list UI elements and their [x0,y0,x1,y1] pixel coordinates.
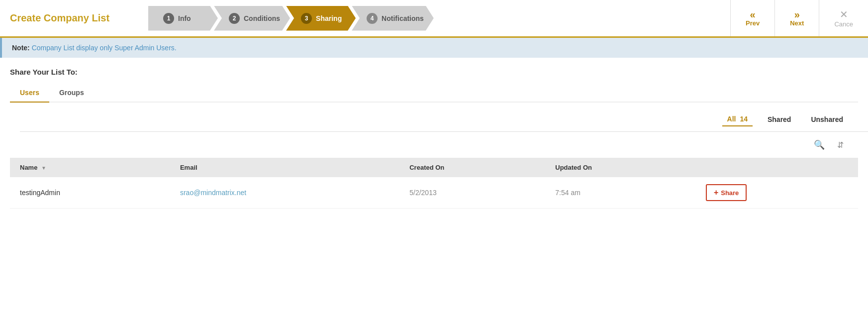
note-banner: Note: Company List display only Super Ad… [0,38,868,58]
filter-all[interactable]: All 14 [722,112,753,126]
users-table: Name ▼ Email Created On Updated On testi… [10,158,858,209]
col-action [696,158,858,177]
col-created: Created On [399,158,545,177]
col-name[interactable]: Name ▼ [10,158,170,177]
tab-groups[interactable]: Groups [49,84,94,103]
cell-name: testingAdmin [10,177,170,209]
step-label-notifications: Notifications [382,14,424,22]
step-num-1: 1 [163,13,174,24]
filter-all-count: 14 [740,115,748,123]
cancel-icon: ✕ [840,8,848,20]
filter-unshared[interactable]: Unshared [806,113,848,126]
cancel-label: Cance [834,20,853,28]
filter-shared[interactable]: Shared [763,113,796,126]
share-btn-label: Share [721,189,739,197]
note-text: Company List display only Super Admin Us… [32,44,177,52]
share-title: Share Your List To: [10,68,858,76]
prev-button[interactable]: « Prev [731,0,775,36]
cell-action: + Share [696,177,858,209]
step-label-sharing: Sharing [316,14,342,22]
step-num-3: 3 [301,13,312,24]
prev-arrow-icon: « [750,9,756,19]
next-arrow-icon: » [794,9,800,19]
name-sort-icon: ▼ [41,165,46,171]
step-info[interactable]: 1 Info [148,6,218,31]
step-label-info: Info [178,14,191,22]
plus-icon: + [714,188,718,197]
search-icon[interactable]: 🔍 [811,137,827,153]
cell-created: 5/2/2013 [399,177,545,209]
action-bar: 🔍 ⇵ [10,132,858,158]
tab-bar: Users Groups [10,84,858,103]
sort-icon[interactable]: ⇵ [832,137,848,153]
wizard-steps: 1 Info 2 Conditions 3 Sharing 4 Notifica… [148,0,730,36]
step-num-2: 2 [229,13,240,24]
next-label: Next [790,19,804,27]
tab-users[interactable]: Users [10,84,49,103]
note-label: Note: [12,44,30,52]
page-title: Create Company List [0,12,148,24]
nav-buttons: « Prev » Next ✕ Cance [730,0,868,36]
filter-bar: All 14 Shared Unshared [10,103,858,131]
prev-label: Prev [746,19,760,27]
step-num-4: 4 [367,13,378,24]
table-row: testingAdmin srao@mindmatrix.net 5/2/201… [10,177,858,209]
cancel-button[interactable]: ✕ Cance [819,0,868,36]
cell-email: srao@mindmatrix.net [170,177,399,209]
step-label-conditions: Conditions [244,14,280,22]
step-sharing[interactable]: 3 Sharing [286,6,356,31]
content-area: Note: Company List display only Super Ad… [0,38,868,325]
step-notifications[interactable]: 4 Notifications [352,6,434,31]
col-email: Email [170,158,399,177]
next-button[interactable]: » Next [775,0,819,36]
header: Create Company List 1 Info 2 Conditions … [0,0,868,38]
share-button[interactable]: + Share [706,184,747,201]
cell-updated: 7:54 am [545,177,696,209]
col-updated: Updated On [545,158,696,177]
step-conditions[interactable]: 2 Conditions [214,6,290,31]
share-section: Share Your List To: Users Groups All 14 … [0,58,868,209]
table-header-row: Name ▼ Email Created On Updated On [10,158,858,177]
